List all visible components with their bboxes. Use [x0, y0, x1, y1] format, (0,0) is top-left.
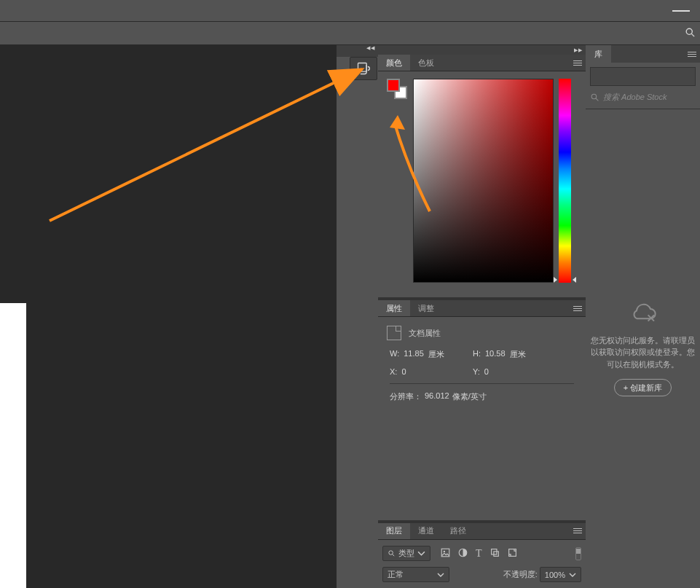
opacity-select[interactable]: 100% — [540, 567, 581, 582]
opacity-label: 不透明度: — [503, 569, 538, 580]
filter-pixel-icon[interactable] — [441, 548, 450, 560]
divider — [390, 383, 574, 384]
svg-point-11 — [591, 94, 597, 99]
svg-rect-9 — [493, 551, 498, 556]
opacity-value: 100% — [545, 571, 565, 579]
layer-filter-kind-label: 类型 — [398, 548, 414, 559]
panel-dock-collapse-mid[interactable]: ▶▶ — [378, 45, 586, 55]
svg-rect-5 — [441, 549, 449, 557]
y-value: 0 — [484, 367, 489, 376]
middle-panel-stack: ▶▶ 颜色 色板 属性 调整 文档属性 W: 11.85 — [378, 45, 586, 588]
height-label: H: — [473, 349, 481, 360]
resolution-label: 分辨率： — [390, 391, 422, 402]
tab-channels[interactable]: 通道 — [410, 523, 442, 539]
svg-point-6 — [444, 550, 445, 552]
filter-shape-icon[interactable] — [490, 548, 500, 560]
layer-filter-toggle[interactable] — [575, 547, 581, 560]
resolution-value: 96.012 — [425, 391, 449, 402]
document-properties-label: 文档属性 — [409, 328, 441, 339]
search-icon[interactable] — [685, 27, 696, 39]
height-unit: 厘米 — [510, 349, 526, 360]
properties-panel-tabs: 属性 调整 — [378, 300, 586, 317]
hue-caret-left-icon — [554, 277, 557, 283]
tab-library[interactable]: 库 — [586, 45, 611, 63]
blend-mode-value: 正常 — [388, 569, 404, 580]
panel-dock-collapse-left[interactable]: ◀◀ — [337, 45, 378, 57]
filter-type-icon[interactable]: T — [476, 548, 482, 560]
document-icon — [387, 326, 401, 340]
properties-panel-menu-icon[interactable] — [570, 300, 586, 316]
tab-color[interactable]: 颜色 — [378, 55, 410, 71]
layers-panel-menu-icon[interactable] — [570, 523, 586, 539]
width-label: W: — [390, 349, 399, 360]
title-bar — [0, 0, 700, 22]
svg-line-4 — [392, 554, 394, 556]
fg-bg-swatches[interactable] — [387, 79, 407, 99]
width-unit: 厘米 — [428, 349, 444, 360]
color-panel-tabs: 颜色 色板 — [378, 55, 586, 71]
y-label: Y: — [473, 367, 480, 376]
color-picker-field[interactable] — [413, 79, 554, 283]
tab-adjustments[interactable]: 调整 — [410, 300, 442, 316]
tab-properties[interactable]: 属性 — [378, 300, 410, 316]
tab-swatches[interactable]: 色板 — [410, 55, 442, 71]
svg-rect-10 — [508, 549, 516, 556]
filter-smartobject-icon[interactable] — [508, 548, 517, 560]
create-new-library-button[interactable]: + 创建新库 — [614, 379, 672, 396]
height-value: 10.58 — [485, 349, 506, 360]
svg-line-1 — [691, 34, 694, 36]
libraries-panel: 库 搜索 Adobe Stock 您无权访问此服务。请联理员以获取访问权限或使登… — [586, 45, 700, 588]
library-search-placeholder: 搜索 Adobe Stock — [603, 92, 666, 103]
tab-paths[interactable]: 路径 — [442, 523, 474, 539]
canvas-area[interactable] — [0, 45, 337, 588]
options-bar — [0, 22, 700, 45]
filter-adjustment-icon[interactable] — [458, 548, 468, 560]
library-select[interactable] — [590, 67, 696, 86]
x-label: X: — [390, 367, 397, 376]
libraries-panel-tabs: 库 — [586, 45, 700, 63]
color-panel-body — [378, 71, 586, 297]
layer-filter-kind-select[interactable]: 类型 — [382, 546, 430, 561]
resolution-unit: 像素/英寸 — [452, 391, 487, 402]
svg-line-12 — [596, 98, 598, 101]
foreground-color-swatch[interactable] — [387, 79, 400, 92]
blend-mode-select[interactable]: 正常 — [382, 567, 449, 582]
library-search-row[interactable]: 搜索 Adobe Stock — [586, 86, 700, 109]
libraries-panel-menu-icon[interactable] — [684, 45, 700, 63]
library-offline-message: 您无权访问此服务。请联理员以获取访问权限或使登录。您可以在脱机模式务。 — [590, 334, 696, 371]
svg-point-0 — [686, 28, 692, 34]
tab-layers[interactable]: 图层 — [378, 523, 410, 539]
layers-panel-body: 类型 T 正常 不透明度: 100% — [378, 540, 586, 588]
cloud-offline-icon — [629, 301, 658, 326]
hue-caret-right-icon — [573, 277, 576, 283]
window-minimize-icon[interactable] — [672, 6, 690, 12]
svg-rect-2 — [358, 63, 367, 72]
width-value: 11.85 — [404, 349, 424, 360]
layers-panel-tabs: 图层 通道 路径 — [378, 523, 586, 540]
color-panel-menu-icon[interactable] — [570, 55, 586, 71]
properties-panel-body: 文档属性 W: 11.85 厘米 H: 10.58 厘米 X: 0 — [378, 317, 586, 520]
layer-filter-icons: T — [441, 548, 517, 560]
document-canvas[interactable] — [0, 303, 26, 588]
x-value: 0 — [401, 367, 406, 376]
history-panel-icon[interactable] — [350, 57, 377, 80]
hue-slider[interactable] — [559, 79, 571, 283]
